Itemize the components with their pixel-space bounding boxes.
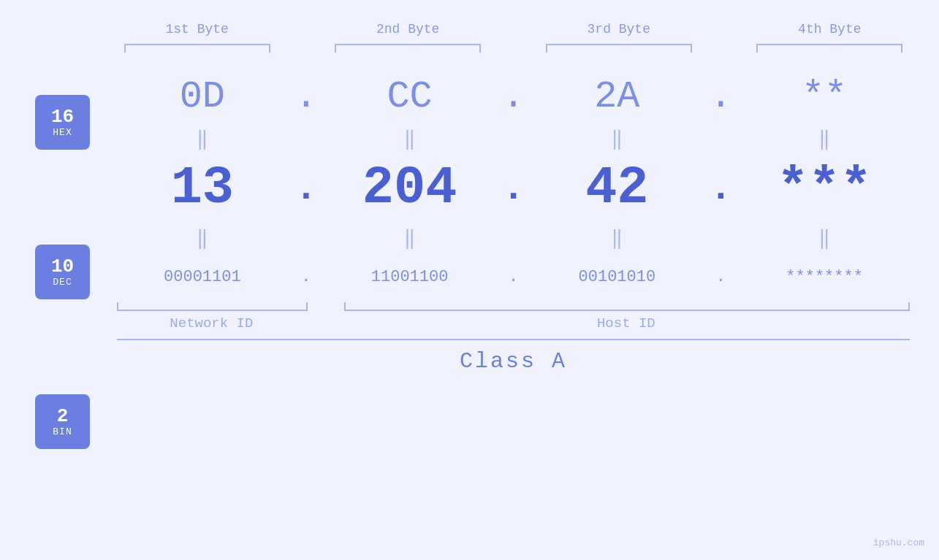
dec-val-4: ***	[739, 158, 910, 218]
id-labels-row: Network ID Host ID	[117, 315, 910, 331]
hex-val-1: 0D	[117, 75, 288, 118]
eq1-4: ‖	[739, 127, 910, 150]
bottom-bracket-area: Network ID Host ID	[29, 302, 910, 331]
byte-headers-row: 1st Byte 2nd Byte 3rd Byte 4th Byte	[29, 22, 910, 37]
top-bracket-2	[335, 44, 481, 53]
eq1-1: ‖	[117, 127, 288, 150]
hex-base-num: 16	[51, 107, 74, 128]
main-container: 16 HEX 10 DEC 2 BIN 1st Byte 2nd Byte 3r…	[0, 0, 939, 560]
network-id-label: Network ID	[117, 315, 306, 331]
hex-base-name: HEX	[53, 127, 72, 138]
dec-badge: 10 DEC	[35, 245, 90, 299]
byte-header-1: 1st Byte	[124, 22, 270, 37]
class-bracket-line	[117, 339, 910, 340]
eq1-3: ‖	[532, 127, 703, 150]
eq2-3: ‖	[532, 226, 703, 250]
network-id-bracket	[117, 302, 308, 311]
bin-base-name: BIN	[53, 426, 72, 437]
hex-val-3: 2A	[532, 75, 703, 118]
bin-val-1: 00001101	[117, 268, 288, 286]
eq1-2: ‖	[324, 127, 495, 150]
bin-values-row: 00001101 . 11001100 . 00101010 . *******…	[29, 251, 910, 302]
dec-val-2: 204	[324, 158, 495, 218]
base-badges-column: 16 HEX 10 DEC 2 BIN	[35, 95, 90, 449]
dec-values-row: 13 . 204 . 42 . ***	[29, 152, 910, 225]
dec-dot-3: .	[702, 167, 739, 210]
bottom-brackets-row	[117, 302, 910, 311]
hex-val-2: CC	[324, 75, 495, 118]
bin-dot-1: .	[288, 268, 324, 286]
eq2-2: ‖	[324, 226, 495, 250]
top-brackets	[29, 44, 910, 53]
host-id-label: Host ID	[343, 315, 910, 331]
eq2-1: ‖	[117, 226, 288, 250]
dec-dot-2: .	[495, 167, 532, 210]
bin-dot-2: .	[495, 268, 532, 286]
eq2-4: ‖	[739, 226, 910, 250]
top-bracket-3	[546, 44, 692, 53]
hex-val-4: **	[739, 75, 910, 118]
bin-dot-3: .	[702, 268, 739, 286]
dec-dot-1: .	[288, 167, 324, 210]
bin-val-3: 00101010	[532, 268, 703, 286]
top-bracket-1	[124, 44, 270, 53]
hex-values-row: 0D . CC . 2A . **	[29, 67, 910, 126]
byte-header-3: 3rd Byte	[546, 22, 692, 37]
bin-base-num: 2	[57, 406, 69, 427]
hex-dot-3: .	[702, 75, 739, 118]
hex-dot-1: .	[288, 75, 324, 118]
host-id-bracket	[344, 302, 910, 311]
bin-val-2: 11001100	[324, 268, 495, 286]
equals-row-2: ‖ ‖ ‖ ‖	[29, 225, 910, 251]
byte-header-2: 2nd Byte	[335, 22, 481, 37]
dec-base-name: DEC	[53, 277, 72, 288]
byte-header-4: 4th Byte	[756, 22, 902, 37]
hex-badge: 16 HEX	[35, 95, 90, 150]
equals-row-1: ‖ ‖ ‖ ‖	[29, 126, 910, 152]
class-label: Class A	[117, 349, 910, 374]
watermark: ipshu.com	[873, 537, 924, 548]
class-section: Class A	[29, 339, 910, 374]
dec-base-num: 10	[51, 256, 74, 277]
dec-val-3: 42	[532, 158, 703, 218]
bin-val-4: ********	[739, 268, 910, 286]
top-bracket-4	[756, 44, 902, 53]
dec-val-1: 13	[117, 158, 288, 218]
hex-dot-2: .	[495, 75, 532, 118]
bin-badge: 2 BIN	[35, 394, 90, 449]
